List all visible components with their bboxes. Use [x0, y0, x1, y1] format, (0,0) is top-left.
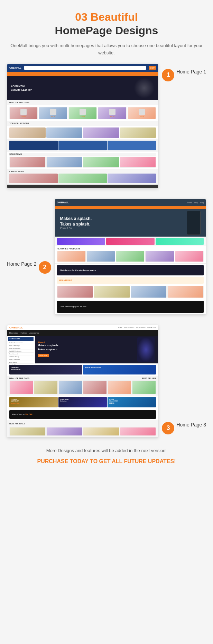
hp3-bestseller-title: BEST SELLER [142, 377, 156, 379]
number-badge-1: 1 [162, 69, 174, 81]
homepage-label-2: Home Page 2 2 [7, 199, 51, 274]
hp2-featured-products [57, 251, 204, 262]
hp1-product-3: $19.99 [68, 107, 97, 119]
hp1-latest-1 [9, 174, 58, 183]
hp3-deals-items [9, 380, 156, 394]
mock-browser-hp3: ONEMALL HOME NEW ARRIVALS PROMOTIONS CON… [7, 325, 158, 437]
hp3-topbar: ONEMALL HOME NEW ARRIVALS PROMOTIONS CON… [7, 325, 158, 330]
page-wrapper: 03 Beautiful HomePage Designs OneMall br… [0, 0, 213, 475]
number-badge-2: 2 [39, 261, 51, 274]
hp1-product-price-5: $59.99 [140, 116, 144, 117]
homepage-name-1: Home Page 1 [176, 69, 206, 74]
hp3-sidebar-title: ☰ CATEGORIES [8, 337, 34, 341]
hp3-sidebar-hero: ☰ CATEGORIES Fashion & Accessories Sport… [7, 336, 158, 363]
hp3-banner3-text: SHOESCOLLECTION$24.99 [109, 398, 118, 405]
hp3-promo-ipad: iPad & Accessories [83, 365, 156, 374]
header-subtitle: OneMall brings you with multi-homepages … [7, 42, 206, 57]
homepage-screenshot-3[interactable]: ONEMALL HOME NEW ARRIVALS PROMOTIONS CON… [7, 325, 158, 438]
hp1-collection-2 [46, 127, 83, 138]
hp2-hero: Makes a splash.Takes a splash. iPhone 8 … [55, 209, 206, 237]
hp1-product-5: $59.99 [128, 107, 156, 119]
homepage-screenshot-1[interactable]: ONEMALL CART SAMSUNGSMART LED 70" DEAL O… [7, 64, 158, 188]
hp2-fp-2 [86, 251, 115, 262]
hp3-arrival-3 [83, 427, 119, 436]
hp2-new-arrivals-bar: NEW ARRIVALS [57, 277, 204, 284]
hp2-nav-shop: Shop [194, 202, 198, 204]
bottom-text: More Designs and features will be added … [7, 448, 206, 453]
hp3-sidebar: ☰ CATEGORIES Fashion & Accessories Sport… [7, 336, 35, 363]
header-title-dark: HomePage Designs [7, 24, 206, 38]
hp2-hero-text: Makes a splash.Takes a splash. iPhone 8 … [60, 216, 92, 229]
hp3-new-arrivals: NEW ARRIVALS [7, 420, 158, 427]
hp3-arrivals-title: NEW ARRIVALS [9, 422, 156, 426]
hp2-logo: ONEMALL [57, 201, 69, 204]
hp3-banner-1: 3 YEARSWARRANTY50% OFF [9, 397, 58, 407]
mock-browser-hp2: ONEMALL Home Shop Blog Makes a splash.Ta… [55, 199, 206, 313]
hp1-latest-title: LATEST NEWS [9, 170, 156, 173]
hp3-deal-2 [34, 380, 58, 394]
hp3-watch-banner: Watch 42mm — 30% OFF [9, 410, 156, 419]
hp2-hero-phone [187, 211, 201, 235]
hp2-mp-4 [167, 286, 204, 298]
hp1-sale-items [9, 157, 156, 168]
hp1-product-img-1 [20, 109, 27, 115]
hp1-product-img-5 [139, 109, 145, 115]
header-title-orange: 03 Beautiful [7, 10, 206, 24]
hp3-nav: Electronics Fashion Accessories [7, 330, 158, 336]
hp1-search [24, 66, 146, 70]
hp1-latest-3 [108, 174, 156, 183]
header-section: 03 Beautiful HomePage Designs OneMall br… [7, 10, 206, 57]
hp3-banner2-text: HEADPHONECollection [58, 397, 107, 403]
hp3-watch-text: Watch 42mm — 30% OFF [12, 413, 32, 415]
hp1-logo: ONEMALL [9, 67, 21, 69]
hp3-deal-4 [83, 380, 107, 394]
hp3-deal-6 [132, 380, 156, 394]
hp3-promo-watches: iWatchesBest Watch [9, 365, 82, 374]
homepage-label-3: 3 Home Page 3 [162, 325, 206, 434]
hp1-banner-1 [9, 141, 58, 150]
hp3-logo: ONEMALL [9, 326, 23, 329]
hp2-new-text: NEW ARRIVALS [59, 279, 72, 281]
hp3-deals: DEAL OF THE DAYS BEST SELLER [7, 376, 158, 396]
hp2-black-banner: Flow streaming apps. Mi Box. [57, 301, 204, 313]
hp2-hero-sub: iPhone 8 Pro [60, 227, 92, 229]
hp2-promo-bar [55, 237, 206, 246]
hp1-cart-btn: CART [149, 66, 156, 70]
hp2-fp-5 [175, 251, 204, 262]
homepage-name-3: Home Page 3 [176, 422, 206, 427]
hp1-product-price-1: $29.99 [21, 116, 26, 117]
hp2-mp-2 [94, 286, 130, 298]
hp1-collection-1 [9, 127, 46, 138]
hp1-hero: SAMSUNGSMART LED 70" [7, 76, 158, 100]
hp2-watches-banner: iWatches — for the whole new watch [57, 265, 204, 275]
hp1-product-4: $39.99 [98, 107, 126, 119]
hp1-product-price-3: $19.99 [81, 116, 85, 117]
hp2-nav-home: Home [187, 202, 192, 204]
hp3-promo-ipad-text: iPad & Accessories [83, 365, 156, 370]
hp2-fp-1 [57, 251, 86, 262]
hp3-hero-text: iPhone 7 Makes a splash.Takes a splash. … [38, 341, 59, 357]
hp3-sidebar-beauty: Health & Beauty [8, 355, 34, 358]
hp2-strip [55, 206, 206, 209]
hp3-deal-3 [58, 380, 82, 394]
hp1-latest-2 [58, 174, 107, 183]
hp1-product-price-4: $39.99 [110, 116, 114, 117]
hp1-sale-1 [9, 157, 46, 168]
hp3-sidebar-entertainment: Entertainment [8, 353, 34, 355]
number-badge-3: 3 [162, 422, 174, 434]
hp1-latest-items [9, 174, 156, 183]
hp2-fp-3 [116, 251, 145, 262]
homepage-screenshot-2[interactable]: ONEMALL Home Shop Blog Makes a splash.Ta… [55, 199, 206, 315]
hp2-promo-2 [106, 238, 154, 245]
hp3-shop-btn[interactable]: SHOP NOW [38, 354, 49, 357]
hp3-sidebar-sport: Sport & Massage [8, 344, 34, 347]
hp3-nav-2: Fashion [20, 332, 27, 334]
hp2-black-text: Flow streaming apps. Mi Box. [60, 306, 87, 308]
hp2-nav: ONEMALL Home Shop Blog [55, 199, 206, 206]
hp3-link-contact: CONTACT US [147, 327, 156, 328]
hp1-hero-image [134, 78, 155, 98]
hp1-latest: LATEST NEWS [7, 169, 158, 185]
hp3-nav-1: Electronics [9, 332, 18, 334]
hp1-sale-4 [120, 157, 156, 168]
hp3-banner-2: HEADPHONECollection [58, 397, 107, 407]
